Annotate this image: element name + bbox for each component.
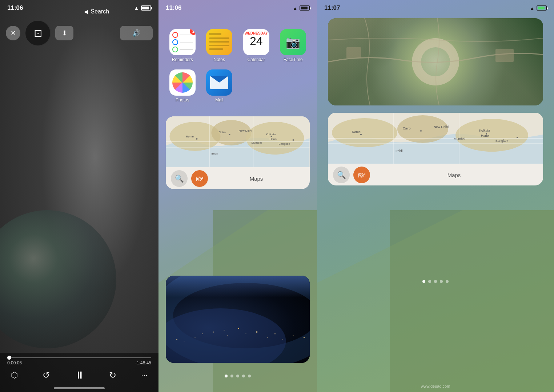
search-label: Search <box>91 8 109 15</box>
status-bar-panel1: 11:06 ◀ Search ▲ <box>0 0 158 16</box>
app-reminders[interactable]: 1 Reminders <box>166 29 199 62</box>
status-icons-p2: ▲ <box>293 5 310 11</box>
more-button[interactable]: ⋯ <box>141 371 148 379</box>
svg-point-50 <box>360 134 362 135</box>
photos-icon <box>169 69 196 96</box>
forward-15-button[interactable]: ↻ <box>109 370 116 380</box>
mail-icon-content <box>206 69 232 96</box>
calendar-label: Calendar <box>247 57 265 62</box>
svg-text:Kolkata: Kolkata <box>479 129 490 132</box>
progress-bar[interactable] <box>7 357 151 358</box>
maps-buttons-p2: 🔍 🍽 <box>171 170 208 187</box>
search-link[interactable]: ◀ Search <box>84 8 109 15</box>
svg-text:Irobii: Irobii <box>396 149 403 153</box>
screen-icon: ⊡ <box>34 27 42 39</box>
reminder-line-1 <box>180 35 193 35</box>
player-buttons: ⬡ ↺ ⏸ ↻ ⋯ <box>7 369 151 381</box>
svg-point-34 <box>293 335 294 336</box>
status-bar-panel2: 11:06 ▲ <box>158 0 317 16</box>
media-controls: ✕ ⊡ ⬇ 🔊 <box>6 20 153 46</box>
player-times: 0:00:06 -1:48:45 <box>7 360 151 365</box>
battery-icon-p2 <box>300 5 310 11</box>
map-svg-p3: Rome Cairo New Delhi Kolkata Hanoi Mumba… <box>328 113 543 164</box>
aerial-detail-svg <box>328 18 543 105</box>
page-dot-3-p2 <box>236 375 239 377</box>
battery-icon-p1 <box>141 5 151 11</box>
download-icon: ⬇ <box>62 29 67 37</box>
maps-widget-p3[interactable]: Rome Cairo New Delhi Kolkata Hanoi Mumba… <box>328 113 543 185</box>
svg-text:Hanoi: Hanoi <box>481 134 490 137</box>
svg-point-43 <box>332 118 397 147</box>
notes-line-header <box>209 33 221 35</box>
player-bottom: 0:00:06 -1:48:45 ⬡ ↺ ⏸ ↻ ⋯ <box>0 353 158 392</box>
svg-marker-39 <box>317 210 554 392</box>
remaining-time: -1:48:45 <box>135 360 151 365</box>
svg-point-22 <box>166 308 286 363</box>
watermark: www.deuaq.com <box>421 384 450 388</box>
page-dot-1-p2 <box>225 375 228 377</box>
maps-food-button-p3[interactable]: 🍽 <box>353 167 370 183</box>
page-dot-5-p3 <box>446 280 449 283</box>
app-notes[interactable]: Notes <box>203 29 236 62</box>
page-dots-p3 <box>317 280 554 283</box>
maps-search-button-p2[interactable]: 🔍 <box>171 170 188 187</box>
battery-fill-p1 <box>142 7 149 9</box>
svg-point-51 <box>420 130 422 132</box>
maps-buttons-p3: 🔍 🍽 <box>333 167 370 183</box>
page-dot-4-p3 <box>440 280 443 283</box>
calendar-icon: Wednesday 24 <box>243 29 269 55</box>
media-close-button[interactable]: ✕ <box>6 26 20 40</box>
maps-widget-p2[interactable]: Rome Cairo New Delhi Kolkata Hanoi Mumba… <box>166 116 310 189</box>
svg-point-25 <box>195 337 196 338</box>
svg-text:Bangkok: Bangkok <box>279 142 290 145</box>
page-dot-2-p3 <box>428 280 431 283</box>
reminders-icon: 1 <box>169 29 196 55</box>
notes-icon <box>206 29 232 55</box>
calendar-content: Wednesday 24 <box>243 29 269 55</box>
pause-button[interactable]: ⏸ <box>75 369 85 381</box>
svg-point-30 <box>256 331 258 333</box>
home-indicator-p1 <box>54 387 105 389</box>
reminder-dot-blue <box>172 39 178 45</box>
app-facetime[interactable]: 📷 FaceTime <box>277 29 310 62</box>
maps-search-button-p3[interactable]: 🔍 <box>333 167 350 183</box>
svg-point-23 <box>202 333 203 334</box>
notes-content <box>206 29 232 55</box>
reminder-dot-green <box>172 47 178 52</box>
wifi-icon-p2: ▲ <box>293 5 297 11</box>
calendar-day: 24 <box>250 35 263 47</box>
maps-food-button-p2[interactable]: 🍽 <box>191 170 208 187</box>
page-dot-3-p3 <box>434 280 437 283</box>
bg-triangle-p3 <box>317 210 554 392</box>
status-time-p2: 11:06 <box>166 4 181 12</box>
maps-bottom-bar-p2: 🔍 🍽 Maps <box>166 167 310 189</box>
maps-label-p3: Maps <box>370 172 538 178</box>
svg-text:Cairo: Cairo <box>219 131 226 134</box>
apple-park-widget <box>328 18 543 105</box>
apple-park-aerial-image <box>328 18 543 105</box>
battery-icon-p3 <box>537 5 547 11</box>
rewind-15-button[interactable]: ↺ <box>43 370 50 380</box>
svg-text:Kolkata: Kolkata <box>266 133 276 136</box>
notes-line-2 <box>209 41 229 43</box>
page-dot-1-p3 <box>422 280 425 283</box>
facetime-label: FaceTime <box>284 57 303 62</box>
maps-map-p3: Rome Cairo New Delhi Kolkata Hanoi Mumba… <box>328 113 543 164</box>
notes-label: Notes <box>214 57 225 62</box>
page-dots-p2 <box>158 375 317 377</box>
app-mail[interactable]: Mail <box>203 69 236 103</box>
reminder-line-2 <box>180 42 193 43</box>
app-photos[interactable]: Photos <box>166 69 199 103</box>
airplay-button[interactable]: ⬡ <box>11 371 18 380</box>
app-grid: 1 Reminders Notes Wednesday <box>166 29 310 103</box>
app-calendar[interactable]: Wednesday 24 Calendar <box>240 29 273 62</box>
svg-text:Cairo: Cairo <box>403 127 411 130</box>
battery-fill-p2 <box>301 7 308 9</box>
earth-widget-p2 <box>166 276 310 363</box>
map-svg-p2: Rome Cairo New Delhi Kolkata Hanoi Mumba… <box>166 116 310 167</box>
media-speaker-button[interactable]: 🔊 <box>120 26 153 40</box>
media-screen-button[interactable]: ⊡ <box>25 20 51 46</box>
reminder-row-1 <box>172 32 193 38</box>
media-download-button[interactable]: ⬇ <box>55 26 73 40</box>
svg-point-37 <box>176 339 177 340</box>
